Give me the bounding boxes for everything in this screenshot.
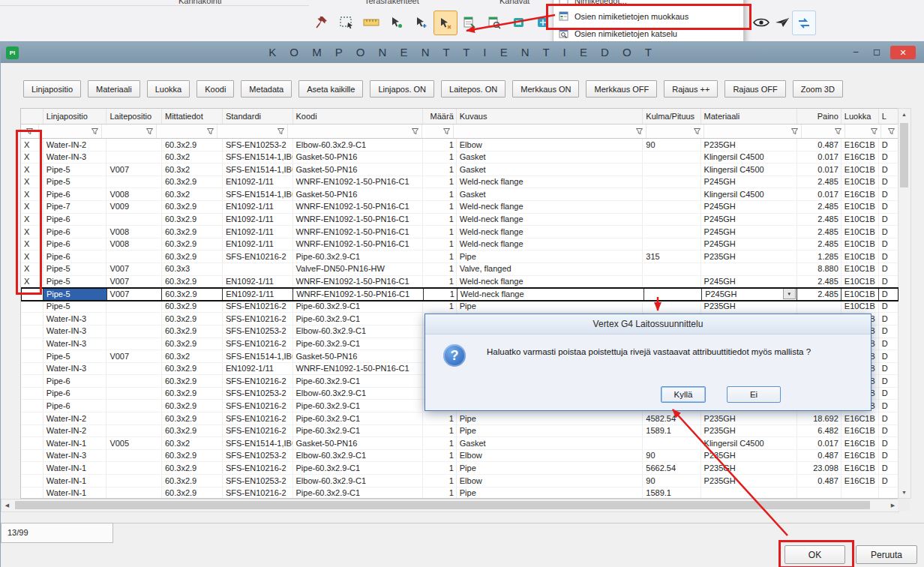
table-cell[interactable]: SFS-EN10216-2 (223, 425, 293, 438)
table-cell[interactable]: 1 (423, 450, 456, 463)
table-cell[interactable]: D (879, 301, 898, 314)
scroll-up-icon[interactable]: ▲ (898, 109, 910, 120)
menu-item-muokkaus[interactable]: Osien nimiketietojen muokkaus (554, 8, 743, 25)
table-row[interactable]: XWater-IN-260.3x2.9SFS-EN10253-2Elbow-60… (21, 139, 898, 152)
action-button-9[interactable]: Merkkaus OFF (586, 80, 657, 98)
table-cell[interactable] (106, 450, 162, 463)
table-cell[interactable]: 1 (423, 226, 456, 238)
table-cell[interactable]: Valve, flanged (457, 263, 644, 276)
table-cell[interactable] (643, 176, 700, 189)
minimize-button[interactable]: – (847, 46, 865, 59)
table-cell[interactable]: SFS-EN1514-1,IBC (223, 164, 293, 176)
filter-cell-5[interactable] (288, 124, 422, 138)
table-cell[interactable]: Gasket-50-PN16 (293, 164, 424, 176)
table-cell[interactable] (842, 488, 879, 499)
column-header-10[interactable]: Paino (797, 109, 842, 124)
table-cell[interactable]: Elbow-60.3x2.9-C1 (293, 139, 424, 152)
close-button[interactable]: ✕ (890, 46, 916, 59)
filter-cell-7[interactable] (454, 124, 646, 138)
table-cell[interactable]: D (879, 462, 898, 475)
select-area-icon[interactable] (335, 10, 358, 34)
filter-icon[interactable] (870, 128, 878, 136)
table-cell[interactable] (643, 226, 700, 238)
table-cell[interactable]: 60.3x2.9 (162, 488, 223, 499)
table-cell[interactable]: D (879, 226, 898, 238)
table-cell[interactable]: SFS-EN10216-2 (223, 462, 293, 475)
table-row[interactable]: Water-IN-360.3x2.9SFS-EN10253-2Elbow-60.… (21, 450, 898, 463)
table-cell[interactable]: 1 (423, 425, 456, 438)
table-cell[interactable]: Elbow (457, 450, 644, 463)
table-cell[interactable]: SFS-EN10216-2 (223, 301, 293, 314)
table-cell[interactable] (643, 152, 700, 164)
table-row[interactable]: XPipe-5V00760.3x2.9EN1092-1/11WNRF-EN109… (21, 276, 898, 289)
table-cell[interactable]: 60.3x2.9 (162, 313, 223, 326)
table-cell[interactable]: 1589.1 (643, 425, 700, 438)
column-header-6[interactable]: Määrä (423, 109, 456, 124)
menu-item-katselu[interactable]: Osien nimiketietojen katselu (554, 25, 743, 41)
scroll-right-icon[interactable]: ▶ (887, 500, 898, 511)
table-cell[interactable]: X (21, 276, 44, 289)
table-row[interactable]: XPipe-5V00760.3x3ValveF-DN50-PN16-HW1Val… (21, 263, 898, 276)
table-cell[interactable] (21, 437, 44, 450)
table-cell[interactable] (643, 437, 700, 450)
table-cell[interactable] (21, 363, 44, 376)
table-cell[interactable] (106, 152, 162, 164)
table-cell[interactable]: 60.3x2.9 (162, 226, 223, 238)
material-dropdown-button[interactable]: ▼ (783, 288, 796, 299)
table-cell[interactable]: 60.3x2.9 (162, 462, 223, 475)
action-button-3[interactable]: Koodi (196, 80, 234, 98)
table-cell[interactable]: SFS-EN10216-2 (223, 250, 293, 263)
table-cell[interactable]: Pipe-60.3x2.9-C1 (293, 301, 424, 314)
table-cell[interactable] (643, 214, 700, 226)
table-cell[interactable]: D (879, 326, 898, 338)
table-cell[interactable]: Pipe-60.3x2.9-C1 (293, 313, 424, 326)
table-cell[interactable]: E16C1B (842, 425, 879, 438)
table-cell[interactable]: D (879, 388, 898, 400)
table-cell[interactable]: EN1092-1/11 (223, 176, 293, 189)
table-cell[interactable]: Gasket (457, 164, 644, 176)
table-cell[interactable]: D (879, 250, 898, 263)
table-cell[interactable]: E16C1B (842, 139, 879, 152)
table-cell[interactable] (21, 338, 44, 351)
table-row[interactable]: XPipe-660.3x2.9SFS-EN10216-2Pipe-60.3x2.… (21, 250, 898, 263)
table-cell[interactable]: SFS-EN10253-2 (223, 475, 293, 488)
table-cell[interactable]: Pipe-5 (44, 350, 107, 363)
table-row[interactable]: XPipe-5V00760.3x2SFS-EN1514-1,IBCGasket-… (21, 164, 898, 176)
table-cell[interactable]: 0.017 (797, 164, 842, 176)
filter-cell-9[interactable] (704, 124, 802, 138)
table-cell[interactable]: Water-IN-1 (44, 488, 107, 499)
table-row[interactable]: XPipe-6V00860.3x2SFS-EN1514-1,IBCGasket-… (21, 188, 898, 201)
table-cell[interactable] (643, 263, 700, 276)
table-cell[interactable] (106, 400, 162, 412)
table-cell[interactable] (106, 250, 162, 263)
table-cell[interactable]: SFS-EN10216-2 (223, 400, 293, 412)
table-cell[interactable]: 8.880 (797, 263, 842, 276)
table-cell[interactable]: D (879, 475, 898, 488)
table-cell[interactable]: E16C1B (842, 450, 879, 463)
filter-cell-12[interactable] (881, 124, 898, 138)
column-header-9[interactable]: Materiaali (701, 109, 797, 124)
table-cell[interactable]: Water-IN-3 (44, 338, 107, 351)
table-cell[interactable]: E10C1B (842, 164, 879, 176)
table-cell[interactable] (106, 313, 162, 326)
table-cell[interactable]: X (21, 226, 44, 238)
window-titlebar[interactable]: Pl K O M P O N E N T T I E N T I E D O T… (1, 42, 924, 63)
table-cell[interactable]: D (879, 201, 898, 214)
table-cell[interactable]: V008 (106, 226, 162, 238)
column-header-11[interactable]: Luokka (842, 109, 879, 124)
table-cell[interactable]: Pipe-60.3x2.9-C1 (293, 412, 424, 425)
cursor-pick-icon[interactable] (386, 10, 408, 34)
table-cell[interactable]: X (21, 250, 44, 263)
filter-cell-11[interactable] (845, 124, 881, 138)
table-cell[interactable] (106, 338, 162, 351)
filter-icon[interactable] (887, 128, 896, 136)
table-cell[interactable]: 0.487 (797, 139, 842, 152)
table-cell[interactable]: 60.3x2 (162, 152, 223, 164)
table-cell[interactable] (21, 388, 44, 400)
table-cell[interactable] (106, 375, 162, 388)
table-cell[interactable]: EN1092-1/11 (223, 238, 293, 251)
table-cell[interactable]: Water-IN-3 (44, 326, 107, 338)
table-row-selected[interactable]: Pipe-5V00760.3x2.9EN1092-1/11WNRF-EN1092… (21, 288, 898, 301)
column-header-12[interactable]: L (879, 109, 898, 124)
table-cell[interactable]: SFS-EN10216-2 (223, 338, 293, 351)
